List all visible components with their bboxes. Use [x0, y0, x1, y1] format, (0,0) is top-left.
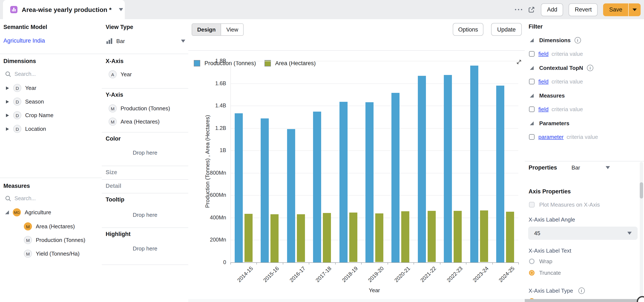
- highlight-drop-zone[interactable]: Drop here: [102, 245, 188, 252]
- sidebar-item-area-hectares[interactable]: M Area (Hectares): [24, 222, 75, 230]
- y-axis-pill-production[interactable]: M Production (Tonnes): [108, 104, 170, 112]
- add-button[interactable]: Add: [541, 3, 563, 16]
- bar-production-2020-21[interactable]: [392, 93, 400, 262]
- expand-icon[interactable]: [6, 100, 9, 103]
- bar-area-2023-24[interactable]: [480, 210, 488, 262]
- field-link[interactable]: field: [538, 106, 548, 112]
- horizontal-scrollbar-track[interactable]: [188, 299, 525, 302]
- filter-section-label: Measures: [539, 92, 565, 99]
- measures-search-input[interactable]: Search...: [5, 196, 36, 202]
- x-axis-tick-label: 2015-16: [262, 265, 280, 283]
- sidebar-item-production-tonnes[interactable]: M Production (Tonnes): [24, 236, 86, 244]
- measures-heading: Measures: [4, 183, 30, 189]
- revert-button[interactable]: Revert: [569, 3, 598, 16]
- bar-production-2015-16[interactable]: [261, 118, 269, 262]
- bar-area-2019-20[interactable]: [375, 213, 383, 262]
- bar-production-2019-20[interactable]: [366, 102, 374, 262]
- criteria-placeholder[interactable]: criteria value: [552, 51, 583, 57]
- tooltip-drop-zone[interactable]: Drop here: [102, 212, 188, 218]
- bar-area-2021-22[interactable]: [428, 211, 436, 262]
- info-icon[interactable]: i: [587, 65, 593, 71]
- expand-icon[interactable]: [6, 114, 9, 117]
- collapse-icon[interactable]: [530, 122, 534, 125]
- save-button[interactable]: Save: [603, 3, 628, 16]
- view-type-select[interactable]: Bar: [106, 38, 185, 44]
- properties-chart-type-value[interactable]: Bar: [572, 164, 580, 171]
- bar-area-2020-21[interactable]: [402, 211, 410, 262]
- y-axis-tick-label: 400Mn: [196, 214, 226, 220]
- semantic-model-link[interactable]: Agriculture India: [4, 38, 45, 44]
- bar-production-2016-17[interactable]: [287, 129, 295, 262]
- filter-checkbox[interactable]: [529, 106, 534, 112]
- sidebar-item-agriculture-group[interactable]: MG Agriculture: [5, 208, 51, 216]
- collapse-icon[interactable]: [530, 66, 534, 70]
- truncate-radio[interactable]: [529, 270, 534, 276]
- vertical-scrollbar-thumb[interactable]: [640, 182, 643, 198]
- criteria-placeholder[interactable]: criteria value: [552, 106, 583, 112]
- sidebar-item-location[interactable]: D Location: [6, 125, 46, 133]
- filter-section-contextual-topn[interactable]: Contextual TopN i: [530, 65, 593, 71]
- x-axis-pill-year[interactable]: A Year: [108, 70, 132, 78]
- field-link[interactable]: field: [538, 78, 548, 85]
- sidebar-data-panel: Semantic Model Agriculture India Dimensi…: [0, 19, 102, 302]
- filter-checkbox[interactable]: [529, 51, 534, 57]
- expand-icon[interactable]: [6, 86, 9, 90]
- y-axis-pill-area[interactable]: M Area (Hectares): [108, 118, 160, 126]
- y-axis-line: [230, 61, 231, 262]
- horizontal-scrollbar-thumb[interactable]: [525, 299, 644, 302]
- sidebar-item-crop-name[interactable]: D Crop Name: [6, 111, 54, 119]
- filter-section-measures[interactable]: Measures: [530, 92, 565, 99]
- more-options-icon[interactable]: [515, 9, 522, 10]
- plot-measures-checkbox[interactable]: [529, 202, 534, 208]
- filter-section-parameters[interactable]: Parameters: [530, 120, 570, 126]
- document-tab[interactable]: Area-wise yearly production *: [3, 0, 125, 19]
- bar-area-2014-15[interactable]: [244, 214, 252, 262]
- corner-widget[interactable]: [637, 296, 644, 302]
- dimensions-search-input[interactable]: Search...: [5, 71, 36, 77]
- plot-measures-label: Plot Measures on X-Axis: [539, 202, 600, 208]
- info-icon[interactable]: i: [578, 288, 584, 294]
- x-axis-line: [230, 262, 519, 262]
- bar-production-2024-25[interactable]: [496, 86, 504, 262]
- x-axis-tick-label: 2024-25: [498, 265, 516, 283]
- collapse-icon[interactable]: [5, 210, 9, 214]
- expand-icon[interactable]: [6, 127, 9, 130]
- wrap-radio[interactable]: [529, 258, 534, 264]
- collapse-icon[interactable]: [530, 38, 534, 42]
- divider: [525, 161, 644, 161]
- criteria-placeholder[interactable]: criteria value: [567, 134, 598, 140]
- chevron-down-icon[interactable]: [606, 166, 610, 169]
- save-dropdown-button[interactable]: [628, 3, 640, 16]
- bar-production-2017-18[interactable]: [313, 112, 321, 262]
- filter-checkbox[interactable]: [529, 79, 534, 84]
- filter-section-label: Parameters: [539, 120, 570, 126]
- collapse-icon[interactable]: [530, 94, 534, 98]
- bar-area-2015-16[interactable]: [270, 214, 278, 262]
- sidebar-item-year[interactable]: D Year: [6, 84, 36, 92]
- bar-area-2017-18[interactable]: [323, 213, 331, 262]
- bar-area-2018-19[interactable]: [349, 212, 357, 262]
- filter-checkbox[interactable]: [529, 134, 534, 140]
- bar-production-2023-24[interactable]: [470, 66, 478, 262]
- bar-area-2024-25[interactable]: [506, 212, 514, 262]
- sidebar-item-season[interactable]: D Season: [6, 98, 44, 106]
- tab-chevron-down-icon[interactable]: [119, 8, 123, 11]
- bar-production-2018-19[interactable]: [339, 102, 347, 262]
- field-link[interactable]: field: [538, 51, 548, 57]
- divider: [102, 193, 188, 194]
- sidebar-item-yield-tonnes-ha[interactable]: M Yield (Tonnes/Ha): [24, 250, 80, 258]
- info-icon[interactable]: i: [574, 37, 581, 44]
- bar-area-2022-23[interactable]: [454, 211, 462, 262]
- parameter-link[interactable]: parameter: [538, 134, 564, 140]
- bar-production-2022-23[interactable]: [444, 75, 452, 262]
- filter-section-dimensions[interactable]: Dimensions i: [530, 37, 581, 44]
- bar-production-2014-15[interactable]: [234, 114, 242, 262]
- criteria-placeholder[interactable]: criteria value: [552, 78, 583, 85]
- color-drop-zone[interactable]: Drop here: [102, 150, 188, 156]
- x-axis-label-angle-select[interactable]: 45: [528, 226, 638, 240]
- x-axis-tick-label: 2023-24: [472, 265, 490, 283]
- bar-area-2016-17[interactable]: [297, 214, 305, 262]
- pill-label: Production (Tonnes): [120, 105, 170, 112]
- share-icon[interactable]: [528, 6, 536, 14]
- bar-production-2021-22[interactable]: [418, 76, 426, 262]
